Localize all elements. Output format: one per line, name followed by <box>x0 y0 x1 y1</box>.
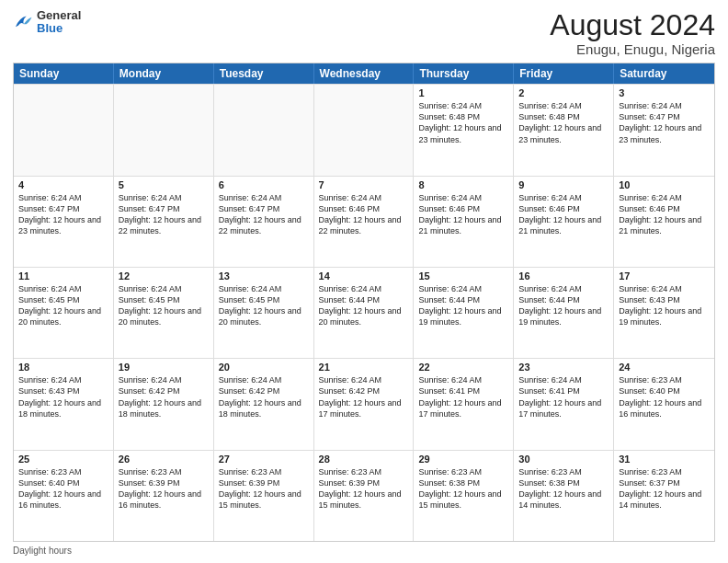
week-row-4: 18 Sunrise: 6:24 AMSunset: 6:43 PMDaylig… <box>14 358 714 449</box>
header-day-friday: Friday <box>514 63 614 84</box>
day-number: 11 <box>18 270 108 282</box>
cell-sunrise-text: Sunrise: 6:24 AMSunset: 6:43 PMDaylight:… <box>18 375 101 418</box>
cal-cell-4-1-0: 4 Sunrise: 6:24 AMSunset: 6:47 PMDayligh… <box>14 177 114 267</box>
cal-cell-3-0-6: 3 Sunrise: 6:24 AMSunset: 6:47 PMDayligh… <box>614 85 714 175</box>
calendar: SundayMondayTuesdayWednesdayThursdayFrid… <box>13 63 715 542</box>
cal-cell-14-2-3: 14 Sunrise: 6:24 AMSunset: 6:44 PMDaylig… <box>314 268 415 358</box>
day-number: 24 <box>619 362 710 373</box>
cal-cell-12-2-1: 12 Sunrise: 6:24 AMSunset: 6:45 PMDaylig… <box>114 268 214 358</box>
week-row-5: 25 Sunrise: 6:23 AMSunset: 6:40 PMDaylig… <box>14 450 714 541</box>
day-number: 12 <box>119 270 209 282</box>
cell-sunrise-text: Sunrise: 6:24 AMSunset: 6:44 PMDaylight:… <box>418 284 501 327</box>
day-number: 18 <box>18 362 108 373</box>
cell-sunrise-text: Sunrise: 6:24 AMSunset: 6:48 PMDaylight:… <box>418 101 501 144</box>
cell-sunrise-text: Sunrise: 6:24 AMSunset: 6:46 PMDaylight:… <box>418 193 501 236</box>
cal-cell-19-3-1: 19 Sunrise: 6:24 AMSunset: 6:42 PMDaylig… <box>114 359 214 449</box>
header-day-monday: Monday <box>114 63 214 84</box>
cell-sunrise-text: Sunrise: 6:24 AMSunset: 6:48 PMDaylight:… <box>518 101 601 144</box>
cell-sunrise-text: Sunrise: 6:24 AMSunset: 6:46 PMDaylight:… <box>518 193 601 236</box>
header-day-thursday: Thursday <box>414 63 514 84</box>
cell-sunrise-text: Sunrise: 6:24 AMSunset: 6:46 PMDaylight:… <box>319 193 402 236</box>
logo-bird-icon <box>13 12 33 32</box>
day-number: 9 <box>518 179 609 190</box>
cal-cell-empty-0-3 <box>314 85 415 175</box>
week-row-1: 1 Sunrise: 6:24 AMSunset: 6:48 PMDayligh… <box>14 84 714 175</box>
cal-cell-25-4-0: 25 Sunrise: 6:23 AMSunset: 6:40 PMDaylig… <box>14 451 114 541</box>
cal-cell-22-3-4: 22 Sunrise: 6:24 AMSunset: 6:41 PMDaylig… <box>414 359 514 449</box>
day-number: 20 <box>219 362 309 373</box>
cell-sunrise-text: Sunrise: 6:23 AMSunset: 6:39 PMDaylight:… <box>219 467 301 510</box>
footer: Daylight hours <box>13 546 715 556</box>
cal-cell-21-3-3: 21 Sunrise: 6:24 AMSunset: 6:42 PMDaylig… <box>314 359 415 449</box>
cell-sunrise-text: Sunrise: 6:24 AMSunset: 6:45 PMDaylight:… <box>219 284 301 327</box>
day-number: 10 <box>619 179 710 190</box>
cal-cell-28-4-3: 28 Sunrise: 6:23 AMSunset: 6:39 PMDaylig… <box>314 451 415 541</box>
cell-sunrise-text: Sunrise: 6:24 AMSunset: 6:43 PMDaylight:… <box>619 284 701 327</box>
cal-cell-26-4-1: 26 Sunrise: 6:23 AMSunset: 6:39 PMDaylig… <box>114 451 214 541</box>
cell-sunrise-text: Sunrise: 6:24 AMSunset: 6:41 PMDaylight:… <box>518 375 601 418</box>
day-number: 26 <box>119 454 209 465</box>
cal-cell-11-2-0: 11 Sunrise: 6:24 AMSunset: 6:45 PMDaylig… <box>14 268 114 358</box>
day-number: 7 <box>319 179 409 190</box>
cal-cell-30-4-5: 30 Sunrise: 6:23 AMSunset: 6:38 PMDaylig… <box>514 451 614 541</box>
cal-cell-20-3-2: 20 Sunrise: 6:24 AMSunset: 6:42 PMDaylig… <box>214 359 314 449</box>
cell-sunrise-text: Sunrise: 6:24 AMSunset: 6:44 PMDaylight:… <box>518 284 601 327</box>
day-number: 1 <box>418 87 508 98</box>
day-number: 14 <box>319 270 409 282</box>
cell-sunrise-text: Sunrise: 6:24 AMSunset: 6:47 PMDaylight:… <box>119 193 201 236</box>
cal-cell-31-4-6: 31 Sunrise: 6:23 AMSunset: 6:37 PMDaylig… <box>614 451 714 541</box>
cal-cell-15-2-4: 15 Sunrise: 6:24 AMSunset: 6:44 PMDaylig… <box>414 268 514 358</box>
day-number: 27 <box>219 454 309 465</box>
logo-blue: Blue <box>37 22 81 35</box>
cal-cell-empty-0-1 <box>114 85 214 175</box>
day-number: 16 <box>518 270 609 282</box>
calendar-body: 1 Sunrise: 6:24 AMSunset: 6:48 PMDayligh… <box>14 84 714 541</box>
day-number: 13 <box>219 270 309 282</box>
week-row-2: 4 Sunrise: 6:24 AMSunset: 6:47 PMDayligh… <box>14 176 714 267</box>
day-number: 31 <box>619 454 710 465</box>
cal-cell-24-3-6: 24 Sunrise: 6:23 AMSunset: 6:40 PMDaylig… <box>614 359 714 449</box>
header-day-saturday: Saturday <box>614 63 714 84</box>
cell-sunrise-text: Sunrise: 6:24 AMSunset: 6:44 PMDaylight:… <box>319 284 402 327</box>
calendar-title: August 2024 <box>550 9 715 41</box>
day-number: 2 <box>518 87 609 98</box>
day-number: 25 <box>18 454 108 465</box>
cell-sunrise-text: Sunrise: 6:23 AMSunset: 6:39 PMDaylight:… <box>319 467 402 510</box>
cal-cell-2-0-5: 2 Sunrise: 6:24 AMSunset: 6:48 PMDayligh… <box>514 85 614 175</box>
day-number: 29 <box>418 454 508 465</box>
cell-sunrise-text: Sunrise: 6:24 AMSunset: 6:45 PMDaylight:… <box>18 284 101 327</box>
day-number: 21 <box>319 362 409 373</box>
cal-cell-1-0-4: 1 Sunrise: 6:24 AMSunset: 6:48 PMDayligh… <box>414 85 514 175</box>
cal-cell-23-3-5: 23 Sunrise: 6:24 AMSunset: 6:41 PMDaylig… <box>514 359 614 449</box>
cell-sunrise-text: Sunrise: 6:24 AMSunset: 6:47 PMDaylight:… <box>619 101 701 144</box>
cal-cell-5-1-1: 5 Sunrise: 6:24 AMSunset: 6:47 PMDayligh… <box>114 177 214 267</box>
cell-sunrise-text: Sunrise: 6:24 AMSunset: 6:46 PMDaylight:… <box>619 193 701 236</box>
calendar-location: Enugu, Enugu, Nigeria <box>550 41 715 57</box>
day-number: 8 <box>418 179 508 190</box>
logo-general: General <box>37 9 81 22</box>
day-number: 23 <box>518 362 609 373</box>
cell-sunrise-text: Sunrise: 6:24 AMSunset: 6:42 PMDaylight:… <box>119 375 201 418</box>
header: General Blue August 2024 Enugu, Enugu, N… <box>13 9 715 57</box>
cal-cell-7-1-3: 7 Sunrise: 6:24 AMSunset: 6:46 PMDayligh… <box>314 177 415 267</box>
cal-cell-empty-0-2 <box>214 85 314 175</box>
cell-sunrise-text: Sunrise: 6:24 AMSunset: 6:42 PMDaylight:… <box>319 375 402 418</box>
page: General Blue August 2024 Enugu, Enugu, N… <box>0 0 728 563</box>
cell-sunrise-text: Sunrise: 6:23 AMSunset: 6:38 PMDaylight:… <box>418 467 501 510</box>
cal-cell-10-1-6: 10 Sunrise: 6:24 AMSunset: 6:46 PMDaylig… <box>614 177 714 267</box>
cal-cell-6-1-2: 6 Sunrise: 6:24 AMSunset: 6:47 PMDayligh… <box>214 177 314 267</box>
cell-sunrise-text: Sunrise: 6:24 AMSunset: 6:45 PMDaylight:… <box>119 284 201 327</box>
cell-sunrise-text: Sunrise: 6:24 AMSunset: 6:47 PMDaylight:… <box>18 193 101 236</box>
cell-sunrise-text: Sunrise: 6:23 AMSunset: 6:40 PMDaylight:… <box>18 467 101 510</box>
cal-cell-29-4-4: 29 Sunrise: 6:23 AMSunset: 6:38 PMDaylig… <box>414 451 514 541</box>
cal-cell-13-2-2: 13 Sunrise: 6:24 AMSunset: 6:45 PMDaylig… <box>214 268 314 358</box>
day-number: 4 <box>18 179 108 190</box>
cal-cell-9-1-5: 9 Sunrise: 6:24 AMSunset: 6:46 PMDayligh… <box>514 177 614 267</box>
day-number: 15 <box>418 270 508 282</box>
cal-cell-17-2-6: 17 Sunrise: 6:24 AMSunset: 6:43 PMDaylig… <box>614 268 714 358</box>
cell-sunrise-text: Sunrise: 6:23 AMSunset: 6:39 PMDaylight:… <box>119 467 201 510</box>
day-number: 28 <box>319 454 409 465</box>
cell-sunrise-text: Sunrise: 6:23 AMSunset: 6:40 PMDaylight:… <box>619 375 701 418</box>
day-number: 3 <box>619 87 710 98</box>
cell-sunrise-text: Sunrise: 6:23 AMSunset: 6:37 PMDaylight:… <box>619 467 701 510</box>
